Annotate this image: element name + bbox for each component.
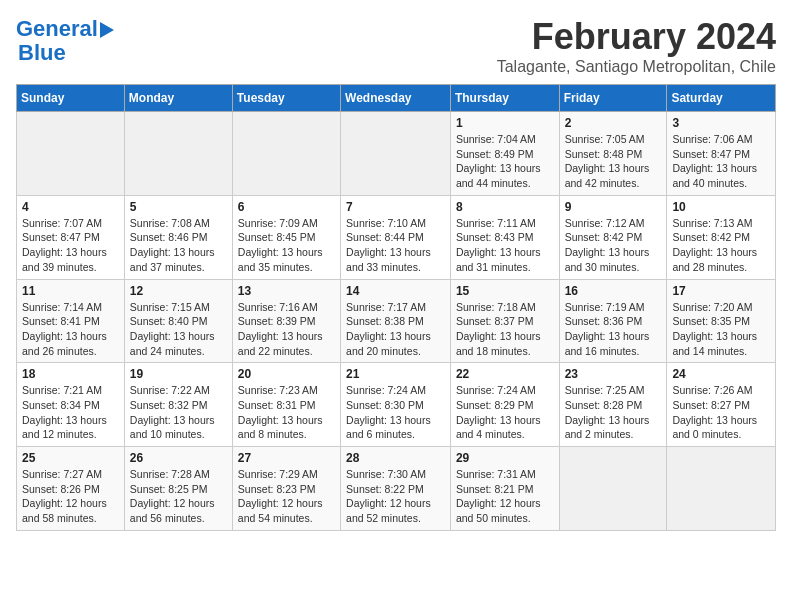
calendar-cell: 5Sunrise: 7:08 AM Sunset: 8:46 PM Daylig… [124, 195, 232, 279]
day-info: Sunrise: 7:16 AM Sunset: 8:39 PM Dayligh… [238, 300, 335, 359]
weekday-header-cell: Sunday [17, 85, 125, 112]
day-info: Sunrise: 7:17 AM Sunset: 8:38 PM Dayligh… [346, 300, 445, 359]
day-info: Sunrise: 7:21 AM Sunset: 8:34 PM Dayligh… [22, 383, 119, 442]
day-number: 26 [130, 451, 227, 465]
title-area: February 2024 Talagante, Santiago Metrop… [497, 16, 776, 76]
calendar-cell: 15Sunrise: 7:18 AM Sunset: 8:37 PM Dayli… [450, 279, 559, 363]
calendar-cell: 14Sunrise: 7:17 AM Sunset: 8:38 PM Dayli… [341, 279, 451, 363]
day-number: 6 [238, 200, 335, 214]
day-info: Sunrise: 7:15 AM Sunset: 8:40 PM Dayligh… [130, 300, 227, 359]
day-number: 17 [672, 284, 770, 298]
calendar-cell: 1Sunrise: 7:04 AM Sunset: 8:49 PM Daylig… [450, 112, 559, 196]
day-number: 3 [672, 116, 770, 130]
calendar-week-row: 18Sunrise: 7:21 AM Sunset: 8:34 PM Dayli… [17, 363, 776, 447]
calendar-cell: 2Sunrise: 7:05 AM Sunset: 8:48 PM Daylig… [559, 112, 667, 196]
weekday-header-cell: Saturday [667, 85, 776, 112]
calendar-cell [341, 112, 451, 196]
day-number: 16 [565, 284, 662, 298]
day-info: Sunrise: 7:23 AM Sunset: 8:31 PM Dayligh… [238, 383, 335, 442]
calendar-cell: 20Sunrise: 7:23 AM Sunset: 8:31 PM Dayli… [232, 363, 340, 447]
weekday-header-cell: Friday [559, 85, 667, 112]
day-info: Sunrise: 7:31 AM Sunset: 8:21 PM Dayligh… [456, 467, 554, 526]
calendar-cell [17, 112, 125, 196]
calendar-cell: 27Sunrise: 7:29 AM Sunset: 8:23 PM Dayli… [232, 447, 340, 531]
day-number: 20 [238, 367, 335, 381]
calendar-cell: 21Sunrise: 7:24 AM Sunset: 8:30 PM Dayli… [341, 363, 451, 447]
day-info: Sunrise: 7:11 AM Sunset: 8:43 PM Dayligh… [456, 216, 554, 275]
day-number: 19 [130, 367, 227, 381]
weekday-header-cell: Tuesday [232, 85, 340, 112]
calendar-cell: 9Sunrise: 7:12 AM Sunset: 8:42 PM Daylig… [559, 195, 667, 279]
day-number: 13 [238, 284, 335, 298]
calendar-cell: 10Sunrise: 7:13 AM Sunset: 8:42 PM Dayli… [667, 195, 776, 279]
page-header: General Blue February 2024 Talagante, Sa… [16, 16, 776, 76]
calendar-cell [232, 112, 340, 196]
calendar-cell: 22Sunrise: 7:24 AM Sunset: 8:29 PM Dayli… [450, 363, 559, 447]
day-number: 11 [22, 284, 119, 298]
calendar-week-row: 1Sunrise: 7:04 AM Sunset: 8:49 PM Daylig… [17, 112, 776, 196]
logo-text: General [16, 16, 98, 42]
day-number: 27 [238, 451, 335, 465]
weekday-header-cell: Monday [124, 85, 232, 112]
day-number: 4 [22, 200, 119, 214]
day-info: Sunrise: 7:20 AM Sunset: 8:35 PM Dayligh… [672, 300, 770, 359]
weekday-header-cell: Thursday [450, 85, 559, 112]
day-info: Sunrise: 7:12 AM Sunset: 8:42 PM Dayligh… [565, 216, 662, 275]
day-info: Sunrise: 7:14 AM Sunset: 8:41 PM Dayligh… [22, 300, 119, 359]
day-info: Sunrise: 7:27 AM Sunset: 8:26 PM Dayligh… [22, 467, 119, 526]
calendar-week-row: 4Sunrise: 7:07 AM Sunset: 8:47 PM Daylig… [17, 195, 776, 279]
calendar-cell: 7Sunrise: 7:10 AM Sunset: 8:44 PM Daylig… [341, 195, 451, 279]
day-info: Sunrise: 7:30 AM Sunset: 8:22 PM Dayligh… [346, 467, 445, 526]
day-number: 29 [456, 451, 554, 465]
day-info: Sunrise: 7:22 AM Sunset: 8:32 PM Dayligh… [130, 383, 227, 442]
day-number: 5 [130, 200, 227, 214]
day-info: Sunrise: 7:26 AM Sunset: 8:27 PM Dayligh… [672, 383, 770, 442]
day-info: Sunrise: 7:04 AM Sunset: 8:49 PM Dayligh… [456, 132, 554, 191]
day-info: Sunrise: 7:10 AM Sunset: 8:44 PM Dayligh… [346, 216, 445, 275]
calendar-cell: 19Sunrise: 7:22 AM Sunset: 8:32 PM Dayli… [124, 363, 232, 447]
day-info: Sunrise: 7:29 AM Sunset: 8:23 PM Dayligh… [238, 467, 335, 526]
calendar-body: 1Sunrise: 7:04 AM Sunset: 8:49 PM Daylig… [17, 112, 776, 531]
day-info: Sunrise: 7:18 AM Sunset: 8:37 PM Dayligh… [456, 300, 554, 359]
day-info: Sunrise: 7:05 AM Sunset: 8:48 PM Dayligh… [565, 132, 662, 191]
calendar-cell: 17Sunrise: 7:20 AM Sunset: 8:35 PM Dayli… [667, 279, 776, 363]
day-info: Sunrise: 7:24 AM Sunset: 8:30 PM Dayligh… [346, 383, 445, 442]
logo-blue: Blue [18, 40, 66, 66]
day-number: 12 [130, 284, 227, 298]
calendar-cell: 23Sunrise: 7:25 AM Sunset: 8:28 PM Dayli… [559, 363, 667, 447]
weekday-header-row: SundayMondayTuesdayWednesdayThursdayFrid… [17, 85, 776, 112]
day-number: 24 [672, 367, 770, 381]
calendar-cell: 6Sunrise: 7:09 AM Sunset: 8:45 PM Daylig… [232, 195, 340, 279]
calendar-cell: 18Sunrise: 7:21 AM Sunset: 8:34 PM Dayli… [17, 363, 125, 447]
day-info: Sunrise: 7:28 AM Sunset: 8:25 PM Dayligh… [130, 467, 227, 526]
calendar-cell: 25Sunrise: 7:27 AM Sunset: 8:26 PM Dayli… [17, 447, 125, 531]
calendar-cell: 8Sunrise: 7:11 AM Sunset: 8:43 PM Daylig… [450, 195, 559, 279]
day-number: 2 [565, 116, 662, 130]
day-number: 18 [22, 367, 119, 381]
day-number: 22 [456, 367, 554, 381]
calendar-cell: 29Sunrise: 7:31 AM Sunset: 8:21 PM Dayli… [450, 447, 559, 531]
day-number: 9 [565, 200, 662, 214]
day-number: 25 [22, 451, 119, 465]
location-title: Talagante, Santiago Metropolitan, Chile [497, 58, 776, 76]
day-number: 7 [346, 200, 445, 214]
calendar-cell [559, 447, 667, 531]
day-number: 10 [672, 200, 770, 214]
day-number: 21 [346, 367, 445, 381]
weekday-header-cell: Wednesday [341, 85, 451, 112]
calendar-cell: 12Sunrise: 7:15 AM Sunset: 8:40 PM Dayli… [124, 279, 232, 363]
day-number: 8 [456, 200, 554, 214]
day-info: Sunrise: 7:13 AM Sunset: 8:42 PM Dayligh… [672, 216, 770, 275]
calendar-cell [667, 447, 776, 531]
day-number: 1 [456, 116, 554, 130]
calendar-cell: 16Sunrise: 7:19 AM Sunset: 8:36 PM Dayli… [559, 279, 667, 363]
day-number: 14 [346, 284, 445, 298]
day-info: Sunrise: 7:25 AM Sunset: 8:28 PM Dayligh… [565, 383, 662, 442]
day-number: 28 [346, 451, 445, 465]
day-info: Sunrise: 7:07 AM Sunset: 8:47 PM Dayligh… [22, 216, 119, 275]
calendar-cell: 26Sunrise: 7:28 AM Sunset: 8:25 PM Dayli… [124, 447, 232, 531]
calendar-cell: 4Sunrise: 7:07 AM Sunset: 8:47 PM Daylig… [17, 195, 125, 279]
day-number: 23 [565, 367, 662, 381]
day-info: Sunrise: 7:24 AM Sunset: 8:29 PM Dayligh… [456, 383, 554, 442]
month-title: February 2024 [497, 16, 776, 58]
